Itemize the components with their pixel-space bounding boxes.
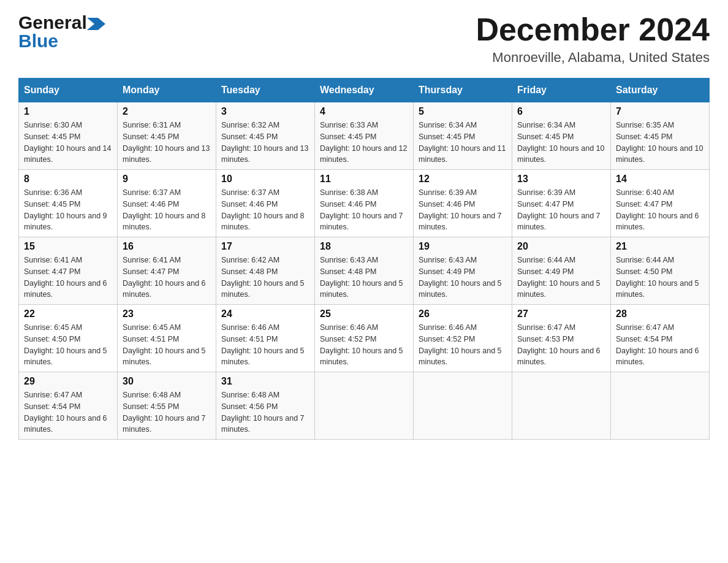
- table-row: [611, 372, 710, 440]
- table-row: 11 Sunrise: 6:38 AM Sunset: 4:46 PM Dayl…: [315, 170, 414, 237]
- day-number: 4: [320, 106, 408, 117]
- day-info: Sunrise: 6:31 AM Sunset: 4:45 PM Dayligh…: [123, 120, 211, 166]
- day-info: Sunrise: 6:43 AM Sunset: 4:49 PM Dayligh…: [419, 255, 507, 301]
- day-number: 11: [320, 174, 408, 185]
- table-row: 4 Sunrise: 6:33 AM Sunset: 4:45 PM Dayli…: [315, 102, 414, 170]
- day-number: 7: [616, 106, 704, 117]
- day-number: 12: [419, 174, 507, 185]
- title-block: December 2024 Monroeville, Alabama, Unit…: [476, 12, 710, 66]
- day-info: Sunrise: 6:30 AM Sunset: 4:45 PM Dayligh…: [24, 120, 112, 166]
- day-number: 10: [221, 174, 309, 185]
- day-number: 19: [419, 241, 507, 252]
- calendar-week-row: 29 Sunrise: 6:47 AM Sunset: 4:54 PM Dayl…: [19, 372, 710, 440]
- day-info: Sunrise: 6:41 AM Sunset: 4:47 PM Dayligh…: [123, 255, 211, 301]
- table-row: 9 Sunrise: 6:37 AM Sunset: 4:46 PM Dayli…: [118, 170, 216, 237]
- day-info: Sunrise: 6:48 AM Sunset: 4:55 PM Dayligh…: [123, 389, 211, 435]
- table-row: 13 Sunrise: 6:39 AM Sunset: 4:47 PM Dayl…: [512, 170, 611, 237]
- logo-blue-text: Blue: [18, 31, 58, 52]
- month-title: December 2024: [476, 12, 710, 47]
- day-info: Sunrise: 6:36 AM Sunset: 4:45 PM Dayligh…: [24, 187, 112, 233]
- location-subtitle: Monroeville, Alabama, United States: [476, 50, 710, 66]
- day-info: Sunrise: 6:38 AM Sunset: 4:46 PM Dayligh…: [320, 187, 408, 233]
- table-row: 8 Sunrise: 6:36 AM Sunset: 4:45 PM Dayli…: [19, 170, 118, 237]
- day-number: 28: [616, 308, 704, 320]
- day-number: 30: [123, 376, 211, 387]
- day-info: Sunrise: 6:45 AM Sunset: 4:50 PM Dayligh…: [24, 322, 112, 368]
- table-row: 24 Sunrise: 6:46 AM Sunset: 4:51 PM Dayl…: [216, 305, 315, 372]
- calendar-week-row: 22 Sunrise: 6:45 AM Sunset: 4:50 PM Dayl…: [19, 305, 710, 372]
- logo: General Blue: [18, 12, 105, 52]
- day-info: Sunrise: 6:39 AM Sunset: 4:46 PM Dayligh…: [419, 187, 507, 233]
- table-row: 20 Sunrise: 6:44 AM Sunset: 4:49 PM Dayl…: [512, 237, 611, 305]
- day-info: Sunrise: 6:34 AM Sunset: 4:45 PM Dayligh…: [419, 120, 507, 166]
- calendar-week-row: 8 Sunrise: 6:36 AM Sunset: 4:45 PM Dayli…: [19, 170, 710, 237]
- day-number: 15: [24, 241, 112, 252]
- table-row: 14 Sunrise: 6:40 AM Sunset: 4:47 PM Dayl…: [611, 170, 710, 237]
- day-info: Sunrise: 6:35 AM Sunset: 4:45 PM Dayligh…: [616, 120, 704, 166]
- table-row: [414, 372, 512, 440]
- day-number: 1: [24, 106, 112, 117]
- calendar-header-row: Sunday Monday Tuesday Wednesday Thursday…: [19, 79, 710, 102]
- day-info: Sunrise: 6:46 AM Sunset: 4:51 PM Dayligh…: [221, 322, 309, 368]
- day-info: Sunrise: 6:47 AM Sunset: 4:53 PM Dayligh…: [517, 322, 605, 368]
- table-row: 26 Sunrise: 6:46 AM Sunset: 4:52 PM Dayl…: [414, 305, 512, 372]
- day-info: Sunrise: 6:43 AM Sunset: 4:48 PM Dayligh…: [320, 255, 408, 301]
- table-row: 30 Sunrise: 6:48 AM Sunset: 4:55 PM Dayl…: [118, 372, 216, 440]
- table-row: 3 Sunrise: 6:32 AM Sunset: 4:45 PM Dayli…: [216, 102, 315, 170]
- col-wednesday: Wednesday: [315, 79, 414, 102]
- day-info: Sunrise: 6:47 AM Sunset: 4:54 PM Dayligh…: [616, 322, 704, 368]
- table-row: 16 Sunrise: 6:41 AM Sunset: 4:47 PM Dayl…: [118, 237, 216, 305]
- table-row: 31 Sunrise: 6:48 AM Sunset: 4:56 PM Dayl…: [216, 372, 315, 440]
- table-row: 27 Sunrise: 6:47 AM Sunset: 4:53 PM Dayl…: [512, 305, 611, 372]
- logo-general-text: General: [18, 12, 87, 33]
- col-saturday: Saturday: [611, 79, 710, 102]
- table-row: [315, 372, 414, 440]
- day-info: Sunrise: 6:42 AM Sunset: 4:48 PM Dayligh…: [221, 255, 309, 301]
- day-number: 5: [419, 106, 507, 117]
- day-number: 21: [616, 241, 704, 252]
- day-number: 31: [221, 376, 309, 387]
- day-number: 22: [24, 308, 112, 320]
- table-row: 2 Sunrise: 6:31 AM Sunset: 4:45 PM Dayli…: [118, 102, 216, 170]
- col-monday: Monday: [118, 79, 216, 102]
- page-header: General Blue December 2024 Monroeville, …: [18, 12, 710, 66]
- col-thursday: Thursday: [414, 79, 512, 102]
- col-tuesday: Tuesday: [216, 79, 315, 102]
- day-number: 23: [123, 308, 211, 320]
- day-number: 27: [517, 308, 605, 320]
- table-row: 22 Sunrise: 6:45 AM Sunset: 4:50 PM Dayl…: [19, 305, 118, 372]
- table-row: 6 Sunrise: 6:34 AM Sunset: 4:45 PM Dayli…: [512, 102, 611, 170]
- table-row: 19 Sunrise: 6:43 AM Sunset: 4:49 PM Dayl…: [414, 237, 512, 305]
- col-friday: Friday: [512, 79, 611, 102]
- day-number: 17: [221, 241, 309, 252]
- day-number: 24: [221, 308, 309, 320]
- day-info: Sunrise: 6:48 AM Sunset: 4:56 PM Dayligh…: [221, 389, 309, 435]
- day-number: 26: [419, 308, 507, 320]
- day-info: Sunrise: 6:46 AM Sunset: 4:52 PM Dayligh…: [320, 322, 408, 368]
- table-row: [512, 372, 611, 440]
- day-number: 18: [320, 241, 408, 252]
- day-info: Sunrise: 6:34 AM Sunset: 4:45 PM Dayligh…: [517, 120, 605, 166]
- calendar-week-row: 15 Sunrise: 6:41 AM Sunset: 4:47 PM Dayl…: [19, 237, 710, 305]
- table-row: 7 Sunrise: 6:35 AM Sunset: 4:45 PM Dayli…: [611, 102, 710, 170]
- table-row: 10 Sunrise: 6:37 AM Sunset: 4:46 PM Dayl…: [216, 170, 315, 237]
- svg-marker-0: [87, 18, 105, 30]
- day-info: Sunrise: 6:37 AM Sunset: 4:46 PM Dayligh…: [221, 187, 309, 233]
- day-info: Sunrise: 6:44 AM Sunset: 4:50 PM Dayligh…: [616, 255, 704, 301]
- table-row: 21 Sunrise: 6:44 AM Sunset: 4:50 PM Dayl…: [611, 237, 710, 305]
- day-number: 16: [123, 241, 211, 252]
- day-info: Sunrise: 6:33 AM Sunset: 4:45 PM Dayligh…: [320, 120, 408, 166]
- day-number: 9: [123, 174, 211, 185]
- table-row: 12 Sunrise: 6:39 AM Sunset: 4:46 PM Dayl…: [414, 170, 512, 237]
- table-row: 29 Sunrise: 6:47 AM Sunset: 4:54 PM Dayl…: [19, 372, 118, 440]
- table-row: 15 Sunrise: 6:41 AM Sunset: 4:47 PM Dayl…: [19, 237, 118, 305]
- col-sunday: Sunday: [19, 79, 118, 102]
- table-row: 17 Sunrise: 6:42 AM Sunset: 4:48 PM Dayl…: [216, 237, 315, 305]
- table-row: 18 Sunrise: 6:43 AM Sunset: 4:48 PM Dayl…: [315, 237, 414, 305]
- day-info: Sunrise: 6:44 AM Sunset: 4:49 PM Dayligh…: [517, 255, 605, 301]
- day-info: Sunrise: 6:40 AM Sunset: 4:47 PM Dayligh…: [616, 187, 704, 233]
- day-number: 3: [221, 106, 309, 117]
- day-number: 6: [517, 106, 605, 117]
- day-info: Sunrise: 6:41 AM Sunset: 4:47 PM Dayligh…: [24, 255, 112, 301]
- day-number: 14: [616, 174, 704, 185]
